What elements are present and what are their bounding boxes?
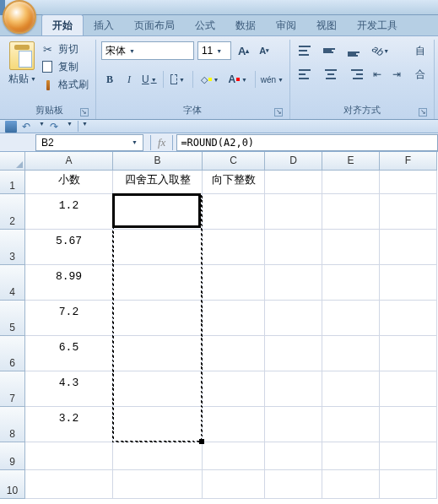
wrap-text-button[interactable]: 自 (412, 41, 429, 60)
column-header[interactable]: C (203, 152, 265, 171)
select-all-corner[interactable] (0, 152, 25, 171)
row-header[interactable]: 8 (0, 407, 25, 442)
cell[interactable] (265, 194, 322, 230)
row-header[interactable]: 3 (0, 230, 25, 265)
orientation-button[interactable]: ab▼ (369, 41, 392, 60)
row-header[interactable]: 10 (0, 470, 25, 499)
cut-button[interactable]: 剪切 (40, 41, 90, 57)
format-painter-button[interactable]: 格式刷 (40, 77, 90, 93)
paste-icon[interactable] (9, 41, 35, 70)
undo-dropdown[interactable]: ▼ (39, 121, 45, 132)
column-header[interactable]: D (265, 152, 322, 171)
cell[interactable] (265, 301, 322, 336)
cell[interactable]: 8.99 (25, 265, 113, 301)
cell[interactable] (113, 442, 203, 470)
row-header[interactable]: 1 (0, 171, 25, 194)
redo-dropdown[interactable]: ▼ (67, 121, 73, 132)
cell[interactable] (265, 265, 322, 301)
merge-button[interactable]: 合 (412, 65, 429, 84)
align-middle-button[interactable] (320, 41, 342, 60)
formula-input[interactable] (176, 134, 438, 151)
tab-layout[interactable]: 页面布局 (124, 15, 185, 35)
cell[interactable] (203, 230, 265, 265)
cell[interactable] (265, 371, 322, 407)
save-icon[interactable] (5, 121, 17, 133)
cell[interactable] (322, 371, 380, 407)
cell[interactable] (203, 470, 265, 499)
cell[interactable] (113, 336, 203, 371)
cell[interactable]: 5.67 (25, 230, 113, 265)
tab-insert[interactable]: 插入 (84, 15, 124, 35)
cell[interactable] (203, 371, 265, 407)
cell[interactable] (380, 230, 437, 265)
cell[interactable] (113, 371, 203, 407)
increase-font-button[interactable]: A▴ (235, 41, 252, 60)
cell[interactable] (322, 301, 380, 336)
cell[interactable] (322, 470, 380, 499)
cell[interactable] (265, 230, 322, 265)
cell[interactable] (113, 301, 203, 336)
redo-icon[interactable]: ↷ (50, 121, 62, 133)
cell[interactable] (322, 230, 380, 265)
cell[interactable] (380, 265, 437, 301)
cell[interactable] (203, 265, 265, 301)
cell[interactable]: 1 (113, 194, 203, 230)
cell[interactable]: 1.2 (25, 194, 113, 230)
align-right-button[interactable] (344, 65, 366, 84)
tab-review[interactable]: 审阅 (266, 15, 306, 35)
underline-button[interactable]: U▼ (140, 70, 159, 89)
fx-button[interactable]: fx (154, 136, 169, 149)
align-left-button[interactable] (295, 65, 317, 84)
bold-button[interactable]: B (101, 70, 118, 89)
column-header[interactable]: A (25, 152, 113, 171)
align-bottom-button[interactable] (344, 41, 366, 60)
cell[interactable] (322, 336, 380, 371)
cell[interactable]: 四舍五入取整 (113, 171, 203, 194)
cell[interactable] (380, 407, 437, 442)
row-header[interactable]: 9 (0, 442, 25, 470)
cell[interactable] (322, 442, 380, 470)
cell[interactable] (322, 171, 380, 194)
cell[interactable] (113, 265, 203, 301)
row-header[interactable]: 5 (0, 301, 25, 336)
phonetic-button[interactable]: wén▼ (260, 70, 284, 89)
tab-formulas[interactable]: 公式 (185, 15, 225, 35)
cell[interactable] (322, 194, 380, 230)
cell[interactable] (25, 470, 113, 499)
cell[interactable] (380, 371, 437, 407)
cell[interactable] (265, 407, 322, 442)
qat-customize-dropdown[interactable]: ▼ (78, 121, 88, 132)
cell[interactable] (265, 171, 322, 194)
clipboard-expand-icon[interactable]: ↘ (80, 108, 89, 117)
decrease-font-button[interactable]: A▾ (256, 41, 273, 60)
cell[interactable] (380, 336, 437, 371)
italic-button[interactable]: I (121, 70, 138, 89)
align-top-button[interactable] (295, 41, 317, 60)
cell[interactable] (265, 470, 322, 499)
row-header[interactable]: 6 (0, 336, 25, 371)
cell[interactable] (203, 407, 265, 442)
copy-button[interactable]: 复制 (40, 59, 90, 75)
cell[interactable] (380, 442, 437, 470)
cell[interactable]: 6.5 (25, 336, 113, 371)
cell[interactable] (322, 407, 380, 442)
cell[interactable]: 向下整数 (203, 171, 265, 194)
fill-color-button[interactable]: ◇▼ (197, 70, 223, 89)
font-size-combo[interactable]: 11▼ (197, 41, 231, 60)
cell[interactable]: 小数 (25, 171, 113, 194)
font-expand-icon[interactable]: ↘ (274, 108, 283, 117)
column-header[interactable]: B (113, 152, 203, 171)
cell[interactable] (113, 470, 203, 499)
cell[interactable] (113, 407, 203, 442)
border-button[interactable]: ▼ (167, 70, 187, 89)
increase-indent-button[interactable]: ⇥ (388, 65, 405, 84)
decrease-indent-button[interactable]: ⇤ (369, 65, 386, 84)
cell[interactable] (25, 442, 113, 470)
cell[interactable] (380, 301, 437, 336)
tab-home[interactable]: 开始 (41, 14, 84, 35)
cell[interactable]: 4.3 (25, 371, 113, 407)
office-button[interactable] (3, 0, 36, 34)
row-header[interactable]: 7 (0, 371, 25, 407)
cell[interactable]: 3.2 (25, 407, 113, 442)
row-header[interactable]: 2 (0, 194, 25, 230)
